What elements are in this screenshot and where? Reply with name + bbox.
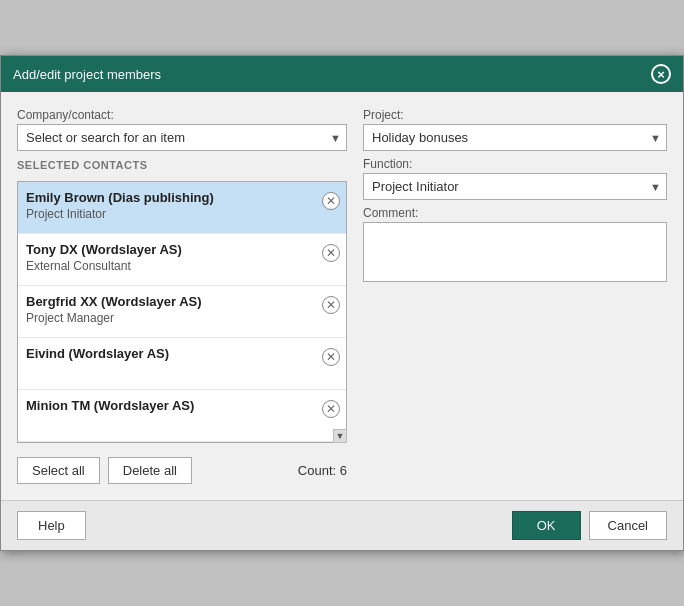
contact-name: Emily Brown (Dias publishing): [26, 190, 318, 205]
company-field-group: Company/contact: Select or search for an…: [17, 108, 347, 151]
cancel-button[interactable]: Cancel: [589, 511, 667, 540]
contact-role: Project Manager: [26, 311, 318, 325]
function-dropdown[interactable]: Project Initiator: [363, 173, 667, 200]
contact-item[interactable]: Bergfrid XX (Wordslayer AS)Project Manag…: [18, 286, 346, 338]
contacts-list[interactable]: Emily Brown (Dias publishing)Project Ini…: [17, 181, 347, 443]
dialog: Add/edit project members × Company/conta…: [0, 55, 684, 551]
delete-all-button[interactable]: Delete all: [108, 457, 192, 484]
footer-right: OK Cancel: [512, 511, 667, 540]
project-label: Project:: [363, 108, 667, 122]
right-panel: Project: Holiday bonuses ▼ Function: Pro…: [363, 108, 667, 484]
contact-item[interactable]: Tony DX (Wordslayer AS)External Consulta…: [18, 234, 346, 286]
contact-item[interactable]: Eivind (Wordslayer AS)✕: [18, 338, 346, 390]
titlebar: Add/edit project members ×: [1, 56, 683, 92]
project-field-group: Project: Holiday bonuses ▼: [363, 108, 667, 151]
contact-name: Minion TM (Wordslayer AS): [26, 398, 318, 413]
contact-name: Bergfrid XX (Wordslayer AS): [26, 294, 318, 309]
contacts-list-container: Emily Brown (Dias publishing)Project Ini…: [17, 181, 347, 443]
ok-button[interactable]: OK: [512, 511, 581, 540]
contact-item[interactable]: Emily Brown (Dias publishing)Project Ini…: [18, 182, 346, 234]
count-label: Count: 6: [298, 463, 347, 478]
function-label: Function:: [363, 157, 667, 171]
left-panel: Company/contact: Select or search for an…: [17, 108, 347, 484]
close-icon: ×: [657, 68, 665, 81]
contact-remove-button[interactable]: ✕: [322, 400, 340, 418]
contact-role: External Consultant: [26, 259, 318, 273]
function-dropdown-wrapper: Project Initiator ▼: [363, 173, 667, 200]
contact-name: Tony DX (Wordslayer AS): [26, 242, 318, 257]
comment-textarea[interactable]: [363, 222, 667, 282]
contact-remove-button[interactable]: ✕: [322, 296, 340, 314]
select-all-button[interactable]: Select all: [17, 457, 100, 484]
contact-remove-button[interactable]: ✕: [322, 348, 340, 366]
company-dropdown[interactable]: Select or search for an item: [17, 124, 347, 151]
list-footer: Select all Delete all Count: 6: [17, 457, 347, 484]
dialog-footer: Help OK Cancel: [1, 500, 683, 550]
scroll-down-indicator: ▼: [333, 429, 347, 443]
contact-item[interactable]: Minion TM (Wordslayer AS)✕: [18, 390, 346, 442]
help-button[interactable]: Help: [17, 511, 86, 540]
contact-role: Project Initiator: [26, 207, 318, 221]
dialog-title: Add/edit project members: [13, 67, 161, 82]
close-button[interactable]: ×: [651, 64, 671, 84]
function-field-group: Function: Project Initiator ▼: [363, 157, 667, 200]
comment-field-group: Comment:: [363, 206, 667, 285]
company-label: Company/contact:: [17, 108, 347, 122]
contact-name: Eivind (Wordslayer AS): [26, 346, 318, 361]
project-dropdown-wrapper: Holiday bonuses ▼: [363, 124, 667, 151]
selected-contacts-label: SELECTED CONTACTS: [17, 159, 347, 171]
comment-label: Comment:: [363, 206, 667, 220]
contact-remove-button[interactable]: ✕: [322, 244, 340, 262]
company-dropdown-wrapper: Select or search for an item ▼: [17, 124, 347, 151]
project-dropdown[interactable]: Holiday bonuses: [363, 124, 667, 151]
contact-remove-button[interactable]: ✕: [322, 192, 340, 210]
dialog-body: Company/contact: Select or search for an…: [1, 92, 683, 500]
